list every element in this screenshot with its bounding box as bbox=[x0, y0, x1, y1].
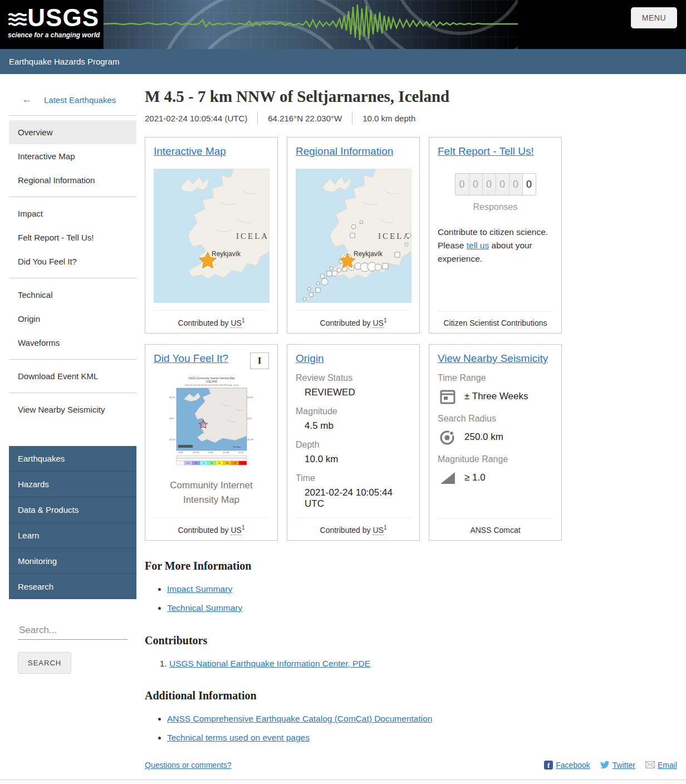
time-range-label: Time Range bbox=[438, 373, 553, 383]
magnitude-range-label: Magnitude Range bbox=[438, 454, 553, 464]
search-input[interactable] bbox=[18, 621, 128, 640]
back-to-latest-earthquakes-link[interactable]: ← Latest Earthquakes bbox=[9, 89, 136, 115]
menu-button[interactable]: MENU bbox=[631, 7, 677, 28]
tell-us-link[interactable]: tell us bbox=[467, 241, 489, 250]
view-nearby-seismicity-link[interactable]: View Nearby Seismicity bbox=[438, 352, 548, 364]
sidebar-item-did-you-feel-it[interactable]: Did You Feel It? bbox=[9, 249, 136, 273]
twitter-link[interactable]: Twitter bbox=[612, 761, 635, 770]
site-footer: Home About Us Contacts Legal bbox=[0, 780, 686, 784]
impact-summary-link[interactable]: Impact Summary bbox=[167, 584, 232, 594]
attribution-footnote: 1 bbox=[242, 525, 245, 531]
attribution-prefix: Contributed by bbox=[178, 318, 229, 327]
time-label: Time bbox=[296, 473, 411, 483]
attribution-source-link[interactable]: US bbox=[231, 318, 241, 328]
sidebar-item-view-nearby-seismicity[interactable]: View Nearby Seismicity bbox=[9, 398, 136, 422]
counter-digit: 0 bbox=[509, 174, 522, 195]
magnitude-icon bbox=[439, 469, 457, 487]
counter-digit: 0 bbox=[496, 174, 509, 195]
regional-map-thumbnail[interactable]: ICELA Reykjavík bbox=[296, 169, 411, 303]
map-city-label: Reykjavík bbox=[354, 250, 383, 258]
sidebar-item-hazards[interactable]: Hazards bbox=[9, 472, 136, 497]
sidebar-item-interactive-map[interactable]: Interactive Map bbox=[9, 144, 136, 168]
main-content: M 4.5 - 7 km NNW of Seltjarnarnes, Icela… bbox=[136, 74, 686, 777]
calendar-icon bbox=[439, 388, 457, 405]
sidebar-item-research[interactable]: Research bbox=[9, 574, 136, 599]
facebook-icon: f bbox=[544, 761, 553, 770]
list-item: Technical terms used on event pages bbox=[167, 731, 677, 745]
usgs-wave-icon bbox=[8, 10, 27, 29]
origin-link[interactable]: Origin bbox=[296, 352, 324, 364]
attribution-source-link[interactable]: US bbox=[373, 318, 383, 328]
lon-tick: 22°W bbox=[208, 452, 213, 454]
meta-divider bbox=[257, 111, 258, 125]
sidebar-item-learn[interactable]: Learn bbox=[9, 523, 136, 548]
questions-or-comments-link[interactable]: Questions or comments? bbox=[145, 761, 232, 770]
sidebar-item-overview[interactable]: Overview bbox=[9, 120, 136, 144]
lat-tick: 63.5°N bbox=[169, 439, 175, 441]
back-link-label: Latest Earthquakes bbox=[44, 95, 116, 105]
sidebar-item-download-event-kml[interactable]: Download Event KML bbox=[9, 364, 136, 388]
contributor-link[interactable]: USGS National Earthquake Information Cen… bbox=[169, 659, 370, 668]
interactive-map-thumbnail[interactable]: ICELA Reykjavík bbox=[154, 169, 270, 303]
dyfi-scale-label: 50 miles bbox=[233, 446, 241, 448]
technical-terms-link[interactable]: Technical terms used on event pages bbox=[167, 733, 310, 742]
regional-information-link[interactable]: Regional Information bbox=[296, 145, 393, 157]
view-nearby-seismicity-card: View Nearby Seismicity Time Range ± Thre… bbox=[429, 344, 562, 541]
page-title: M 4.5 - 7 km NNW of Seltjarnarnes, Icela… bbox=[145, 87, 677, 106]
event-coordinates: 64.216°N 22.030°W bbox=[268, 114, 342, 123]
felt-report-card: Felt Report - Tell Us! 0 0 0 0 0 0 Respo… bbox=[429, 137, 562, 334]
lon-tick: 21.5°W bbox=[223, 452, 229, 454]
radius-icon bbox=[439, 428, 457, 446]
map-country-label: ICELA bbox=[378, 232, 411, 241]
legend-label: I bbox=[180, 462, 180, 464]
depth-label: Depth bbox=[296, 440, 411, 450]
sidebar-item-technical[interactable]: Technical bbox=[9, 283, 136, 307]
sidebar-item-earthquakes[interactable]: Earthquakes bbox=[9, 446, 136, 472]
email-link[interactable]: Email bbox=[658, 761, 677, 770]
time-value: 2021-02-24 10:05:44 UTC bbox=[296, 487, 411, 509]
legend-label: VI bbox=[210, 462, 212, 464]
usgs-logo[interactable]: USGS science for a changing world bbox=[0, 0, 104, 49]
sidebar-item-monitoring[interactable]: Monitoring bbox=[9, 548, 136, 574]
interactive-map-link[interactable]: Interactive Map bbox=[154, 145, 226, 157]
sidebar-item-origin[interactable]: Origin bbox=[9, 307, 136, 331]
card-attribution: Contributed by US1 bbox=[296, 517, 411, 535]
sidebar-item-impact[interactable]: Impact bbox=[9, 202, 136, 226]
logo-acronym: USGS bbox=[27, 6, 99, 30]
facebook-link[interactable]: Facebook bbox=[556, 761, 590, 770]
sidebar-item-regional-information[interactable]: Regional Information bbox=[9, 168, 136, 192]
list-item: Impact Summary bbox=[167, 582, 677, 596]
event-depth: 10.0 km depth bbox=[362, 114, 415, 123]
attribution-source-link[interactable]: US bbox=[231, 526, 241, 535]
felt-report-link[interactable]: Felt Report - Tell Us! bbox=[438, 145, 534, 157]
attribution-source-link[interactable]: US bbox=[373, 526, 383, 535]
sidebar: ← Latest Earthquakes Overview Interactiv… bbox=[0, 74, 136, 690]
did-you-feel-it-link[interactable]: Did You Feel It? bbox=[154, 352, 228, 365]
attribution-prefix: Contributed by bbox=[320, 318, 371, 327]
card-footer-label: ANSS Comcat bbox=[438, 518, 553, 535]
intensity-badge: I bbox=[250, 352, 269, 369]
lat-tick: 63.5°N bbox=[247, 439, 253, 441]
counter-digit: 0 bbox=[455, 174, 469, 195]
additional-information-heading: Additional Information bbox=[145, 689, 677, 702]
dyfi-map-meta: 2021-02-24 10:05:44 UTC 64.216°N 22.030°… bbox=[184, 384, 238, 386]
depth-value: 10.0 km bbox=[296, 454, 411, 465]
lon-tick: 23°W bbox=[178, 452, 183, 454]
interactive-map-card: Interactive Map ICELA Reykjavík Contribu… bbox=[145, 137, 278, 334]
dyfi-map-region: ICELAND bbox=[206, 380, 218, 383]
sidebar-item-waveforms[interactable]: Waveforms bbox=[9, 331, 136, 355]
sidebar-item-felt-report[interactable]: Felt Report - Tell Us! bbox=[9, 226, 136, 249]
magnitude-range-value: ≥ 1.0 bbox=[464, 472, 486, 483]
attribution-prefix: Contributed by bbox=[178, 526, 229, 535]
attribution-footnote: 1 bbox=[384, 317, 387, 324]
site-nav: Earthquakes Hazards Data & Products Lear… bbox=[9, 446, 136, 599]
card-attribution: Contributed by US1 bbox=[296, 310, 411, 327]
dyfi-map-thumbnail[interactable]: USGS Community Internet Intensity Map IC… bbox=[168, 375, 255, 474]
responses-counter: 0 0 0 0 0 0 bbox=[438, 173, 553, 195]
technical-summary-link[interactable]: Technical Summary bbox=[167, 603, 242, 612]
search-button[interactable]: SEARCH bbox=[18, 652, 71, 674]
origin-card: Origin Review Status REVIEWED Magnitude … bbox=[287, 344, 420, 541]
sidebar-item-data-products[interactable]: Data & Products bbox=[9, 497, 136, 523]
comcat-documentation-link[interactable]: ANSS Comprehensive Earthquake Catalog (C… bbox=[167, 714, 432, 723]
responses-label: Responses bbox=[438, 202, 553, 212]
